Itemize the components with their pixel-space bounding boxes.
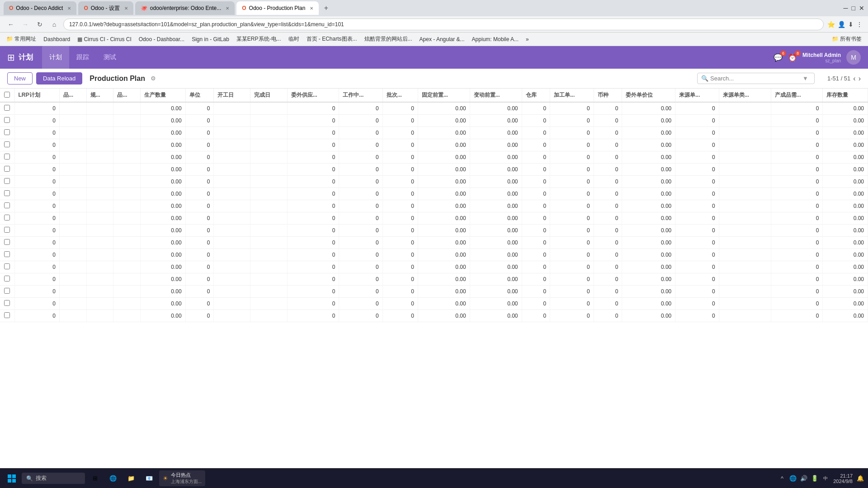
col-fixed-lead[interactable]: 固定前置... (418, 89, 470, 102)
col-product2[interactable]: 品... (113, 89, 141, 102)
next-page-button[interactable]: › (859, 75, 861, 83)
row-checkbox[interactable] (4, 215, 10, 221)
row-checkbox-cell[interactable] (0, 298, 14, 310)
col-batch[interactable]: 批次... (382, 89, 418, 102)
home-button[interactable]: ⌂ (49, 19, 60, 30)
row-checkbox[interactable] (4, 202, 10, 208)
bm-apex[interactable]: Apex - Angular &... (417, 35, 467, 43)
minimize-button[interactable]: ─ (844, 5, 848, 12)
col-outsource[interactable]: 委外供应... (287, 89, 339, 102)
table-row[interactable]: 00.0000000.000.000000.00000.00 (0, 151, 868, 164)
row-checkbox[interactable] (4, 251, 10, 257)
col-unit-price[interactable]: 委外单价位 (622, 89, 675, 102)
search-input[interactable] (710, 75, 801, 82)
row-checkbox[interactable] (4, 178, 10, 184)
taskbar-app-3[interactable]: 📁 (123, 470, 139, 487)
col-stock[interactable]: 库存数量 (823, 89, 868, 102)
close-button[interactable]: ✕ (859, 5, 864, 12)
row-checkbox[interactable] (4, 154, 10, 160)
notification-bell[interactable]: 🔔 (856, 474, 864, 483)
row-checkbox-cell[interactable] (0, 102, 14, 115)
tab3-close[interactable]: ✕ (226, 6, 229, 11)
row-checkbox-cell[interactable] (0, 115, 14, 127)
tray-lang[interactable]: 中 (821, 474, 830, 483)
prev-page-button[interactable]: ‹ (853, 75, 855, 83)
tab1-close[interactable]: ✕ (67, 6, 71, 11)
table-row[interactable]: 00.0000000.000.000000.00000.00 (0, 102, 868, 115)
row-checkbox-cell[interactable] (0, 139, 14, 151)
col-source-no[interactable]: 来源单... (675, 89, 719, 102)
row-checkbox-cell[interactable] (0, 286, 14, 298)
table-row[interactable]: 00.0000000.000.000000.00000.00 (0, 237, 868, 249)
row-checkbox[interactable] (4, 129, 10, 135)
notification-area[interactable]: ☀ 今日热点 上海浦东方面... (159, 470, 205, 486)
row-checkbox-cell[interactable] (0, 151, 14, 164)
col-spec[interactable]: 规... (86, 89, 113, 102)
col-product1[interactable]: 品... (59, 89, 86, 102)
bm-dashboard[interactable]: Dashboard (41, 35, 73, 43)
row-checkbox[interactable] (4, 105, 10, 111)
table-row[interactable]: 00.0000000.000.000000.00000.00 (0, 310, 868, 322)
tray-volume[interactable]: 🔊 (800, 474, 808, 483)
table-row[interactable]: 00.0000000.000.000000.00000.00 (0, 176, 868, 188)
col-warehouse[interactable]: 仓库 (522, 89, 550, 102)
nav-item-plan[interactable]: 计划 (42, 46, 69, 69)
taskbar-search[interactable]: 🔍 搜索 (22, 473, 85, 484)
select-all-checkbox[interactable] (4, 92, 10, 98)
bm-cirrus[interactable]: ▦ Cirrus CI - Cirrus CI (75, 35, 134, 43)
row-checkbox-cell[interactable] (0, 310, 14, 322)
row-checkbox-cell[interactable] (0, 188, 14, 200)
bm-echarts[interactable]: 首页 - ECharts图表... (304, 34, 360, 44)
row-checkbox[interactable] (4, 312, 10, 318)
col-work-order[interactable]: 加工单... (550, 89, 594, 102)
table-row[interactable]: 00.0000000.000.000000.00000.00 (0, 273, 868, 286)
bm-appium[interactable]: Appium: Mobile A... (469, 35, 521, 43)
table-row[interactable]: 00.0000000.000.000000.00000.00 (0, 188, 868, 200)
profile-icon[interactable]: 👤 (838, 21, 845, 28)
col-unit[interactable]: 单位 (185, 89, 214, 102)
table-container[interactable]: LRP计划 品... 规... 品... 生产数量 单位 开工日 完成日 委外供… (0, 89, 868, 471)
table-row[interactable]: 00.0000000.000.000000.00000.00 (0, 200, 868, 212)
bm-erp[interactable]: 某某ERP系统-电... (234, 34, 284, 44)
table-row[interactable]: 00.0000000.000.000000.00000.00 (0, 261, 868, 273)
bm-more[interactable]: » (523, 35, 532, 43)
table-row[interactable]: 00.0000000.000.000000.00000.00 (0, 212, 868, 225)
url-input[interactable]: 127.0.0.1/web?debug=assets#action=101&mo… (63, 19, 824, 30)
reload-button[interactable]: Data Reload (36, 72, 82, 84)
row-checkbox[interactable] (4, 117, 10, 123)
col-lrp[interactable]: LRP计划 (14, 89, 59, 102)
tab-2[interactable]: O Odoo - 设置 ✕ (78, 1, 133, 15)
taskbar-app-4[interactable]: 📧 (141, 470, 157, 487)
col-currency[interactable]: 币种 (594, 89, 622, 102)
row-checkbox-cell[interactable] (0, 249, 14, 261)
start-button[interactable] (4, 470, 20, 487)
user-avatar[interactable]: M (846, 50, 861, 65)
tray-up-arrow[interactable]: ^ (778, 474, 786, 483)
row-checkbox[interactable] (4, 276, 10, 282)
download-icon[interactable]: ⬇ (848, 21, 854, 28)
maximize-button[interactable]: □ (852, 5, 855, 12)
row-checkbox[interactable] (4, 166, 10, 172)
tab-1[interactable]: O Odoo - Deco Addict ✕ (4, 1, 76, 15)
row-checkbox[interactable] (4, 300, 10, 306)
tab2-close[interactable]: ✕ (124, 6, 128, 11)
table-row[interactable]: 00.0000000.000.000000.00000.00 (0, 298, 868, 310)
tray-battery[interactable]: 🔋 (811, 474, 819, 483)
refresh-button[interactable]: ↻ (34, 19, 45, 30)
taskbar-app-2[interactable]: 🌐 (105, 470, 121, 487)
col-start-date[interactable]: 开工日 (214, 89, 250, 102)
clock[interactable]: 21:17 2024/9/8 (833, 473, 853, 484)
row-checkbox[interactable] (4, 190, 10, 196)
table-row[interactable]: 00.0000000.000.000000.00000.00 (0, 286, 868, 298)
row-checkbox-cell[interactable] (0, 261, 14, 273)
forward-button[interactable]: → (20, 19, 31, 30)
table-row[interactable]: 00.0000000.000.000000.00000.00 (0, 225, 868, 237)
row-checkbox-cell[interactable] (0, 212, 14, 225)
search-box[interactable]: 🔍 ▼ (697, 73, 815, 84)
col-var-lead[interactable]: 变动前置... (470, 89, 522, 102)
row-checkbox[interactable] (4, 288, 10, 294)
new-tab-button[interactable]: + (321, 3, 331, 14)
menu-icon[interactable]: ⋮ (856, 21, 863, 28)
row-checkbox-cell[interactable] (0, 176, 14, 188)
settings-gear-icon[interactable]: ⚙ (151, 75, 156, 82)
